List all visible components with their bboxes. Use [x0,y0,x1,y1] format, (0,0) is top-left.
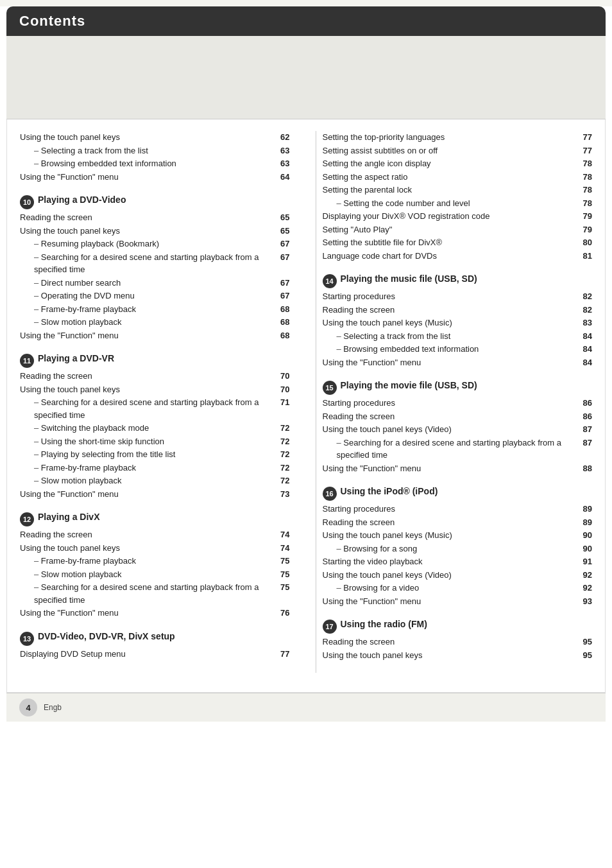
section-15: 15 Playing the movie file (USB, SD) Star… [323,380,593,474]
list-item: – Browsing embedded text information 63 [34,157,290,170]
list-item: Setting the aspect ratio 78 [323,171,593,184]
list-item: – Frame-by-frame playback 75 [34,555,290,568]
list-item: Reading the screen 70 [20,370,290,383]
list-item: Starting procedures 86 [323,397,593,410]
section-11: 11 Playing a DVD-VR Reading the screen 7… [20,353,290,500]
list-item: – Searching for a desired scene and star… [337,437,593,462]
header: Contents [6,6,606,36]
list-item: Starting procedures 89 [323,503,593,516]
section-16: 16 Using the iPod® (iPod) Starting proce… [323,486,593,607]
section-number-14: 14 [323,274,337,288]
list-item: Using the touch panel keys 74 [20,542,290,555]
list-item: – Searching for a desired scene and star… [34,581,290,606]
section-number-12: 12 [20,512,34,526]
list-item: – Frame-by-frame playback 68 [34,303,290,316]
section-14: 14 Playing the music file (USB, SD) Star… [323,273,593,369]
list-item: – Browsing for a song 90 [337,542,593,555]
section-number-10: 10 [20,195,34,209]
list-item: Using the "Function" menu 76 [20,607,290,620]
list-item: Reading the screen 95 [323,636,593,648]
list-item: – Searching for a desired scene and star… [34,251,290,276]
list-item: Language code chart for DVDs 81 [323,250,593,263]
list-item: Using the touch panel keys (Music) 90 [323,529,593,542]
section-17: 17 Using the radio (FM) Reading the scre… [323,619,593,661]
list-item: Reading the screen 89 [323,516,593,529]
section-title-11: Playing a DVD-VR [38,353,114,363]
list-item: Using the touch panel keys 95 [323,649,593,662]
list-item: Reading the screen 82 [323,304,593,317]
list-item: Displaying your DivX® VOD registration c… [323,210,593,223]
left-column: Using the touch panel keys 62 – Selectin… [20,131,296,673]
list-item: – Browsing for a video 92 [337,582,593,595]
section-13: 13 DVD-Video, DVD-VR, DivX setup Display… [20,631,290,661]
section-10: 10 Playing a DVD-Video Reading the scree… [20,195,290,342]
list-item: Setting the angle icon display 78 [323,157,593,170]
footer: 4 Engb [6,693,606,722]
section-number-16: 16 [323,487,337,501]
list-item: – Operating the DVD menu 67 [34,290,290,302]
list-item: Using the touch panel keys (Video) 87 [323,423,593,436]
list-item: Using the "Function" menu 93 [323,595,593,608]
list-item: Using the "Function" menu 64 [20,171,290,184]
page: Contents Using the touch panel keys 62 –… [0,6,612,868]
list-item: Using the "Function" menu 88 [323,462,593,475]
language-label: Engb [44,703,62,712]
list-item: Using the touch panel keys (Music) 83 [323,317,593,329]
list-item: Using the touch panel keys (Video) 92 [323,569,593,582]
content-area: Using the touch panel keys 62 – Selectin… [6,119,606,693]
list-item: – Slow motion playback 72 [34,474,290,487]
section-title-16: Using the iPod® (iPod) [341,486,438,496]
list-item: Setting the parental lock 78 [323,184,593,196]
section-title-12: Playing a DivX [38,512,99,522]
list-item: – Slow motion playback 75 [34,568,290,581]
list-item: Starting procedures 82 [323,290,593,303]
list-item: – Playing by selecting from the title li… [34,448,290,461]
top-entries-right: Setting the top-priority languages 77 Se… [323,131,593,262]
list-item: Using the touch panel keys 65 [20,225,290,238]
section-number-17: 17 [323,620,337,634]
section-number-15: 15 [323,381,337,395]
section-title-10: Playing a DVD-Video [38,195,126,205]
list-item: – Switching the playback mode 72 [34,422,290,435]
list-item: Using the touch panel keys 70 [20,383,290,396]
section-title-17: Using the radio (FM) [341,619,427,629]
list-item: – Using the short-time skip function 72 [34,435,290,448]
list-item: Using the "Function" menu 68 [20,329,290,342]
list-item: – Searching for a desired scene and star… [34,396,290,421]
list-item: Setting assist subtitles on or off 77 [323,144,593,157]
list-item: – Selecting a track from the list 63 [34,144,290,157]
page-title: Contents [19,13,85,30]
list-item: Using the "Function" menu 73 [20,488,290,501]
list-item: Using the "Function" menu 84 [323,356,593,369]
list-item: Reading the screen 74 [20,528,290,541]
section-title-15: Playing the movie file (USB, SD) [341,380,477,390]
section-title-14: Playing the music file (USB, SD) [341,273,477,284]
section-title-13: DVD-Video, DVD-VR, DivX setup [38,631,175,641]
section-number-13: 13 [20,632,34,646]
list-item: – Direct number search 67 [34,277,290,290]
list-item: – Slow motion playback 68 [34,316,290,329]
list-item: Reading the screen 65 [20,211,290,224]
list-item: – Frame-by-frame playback 72 [34,462,290,474]
list-item: – Resuming playback (Bookmark) 67 [34,238,290,250]
list-item: Using the touch panel keys 62 [20,131,290,144]
list-item: Setting "Auto Play" 79 [323,223,593,236]
top-entries-left: Using the touch panel keys 62 – Selectin… [20,131,290,183]
top-area [6,36,606,119]
list-item: Setting the top-priority languages 77 [323,131,593,144]
section-number-11: 11 [20,354,34,368]
list-item: – Setting the code number and level 78 [337,197,593,210]
right-column: Setting the top-priority languages 77 Se… [316,131,593,673]
list-item: – Browsing embedded text information 84 [337,343,593,356]
page-number: 4 [19,699,37,716]
list-item: Setting the subtitle file for DivX® 80 [323,236,593,249]
section-12: 12 Playing a DivX Reading the screen 74 … [20,512,290,620]
list-item: Starting the video playback 91 [323,555,593,568]
list-item: Reading the screen 86 [323,410,593,423]
list-item: Displaying DVD Setup menu 77 [20,648,290,661]
list-item: – Selecting a track from the list 84 [337,330,593,343]
